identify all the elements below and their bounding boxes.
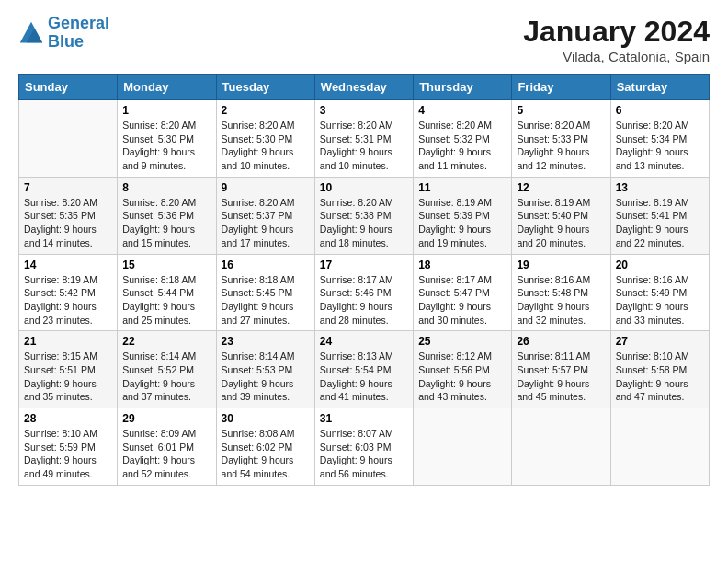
day-info: Sunrise: 8:09 AMSunset: 6:01 PMDaylight:… [122, 427, 210, 481]
day-cell: 20Sunrise: 8:16 AMSunset: 5:49 PMDayligh… [610, 254, 709, 331]
week-row-4: 21Sunrise: 8:15 AMSunset: 5:51 PMDayligh… [19, 331, 710, 408]
day-cell: 26Sunrise: 8:11 AMSunset: 5:57 PMDayligh… [512, 331, 610, 408]
day-cell: 7Sunrise: 8:20 AMSunset: 5:35 PMDaylight… [19, 177, 118, 254]
day-number: 28 [24, 412, 112, 425]
subtitle: Vilada, Catalonia, Spain [523, 49, 710, 64]
title-block: January 2024 Vilada, Catalonia, Spain [523, 15, 710, 64]
day-number: 24 [320, 335, 408, 348]
day-info: Sunrise: 8:14 AMSunset: 5:53 PMDaylight:… [222, 350, 310, 404]
day-cell: 12Sunrise: 8:19 AMSunset: 5:40 PMDayligh… [512, 177, 610, 254]
week-row-5: 28Sunrise: 8:10 AMSunset: 5:59 PMDayligh… [19, 408, 710, 486]
logo-text: General Blue [48, 15, 109, 52]
day-number: 29 [122, 412, 210, 425]
day-info: Sunrise: 8:20 AMSunset: 5:34 PMDaylight:… [616, 119, 704, 173]
day-info: Sunrise: 8:10 AMSunset: 5:59 PMDaylight:… [24, 427, 112, 481]
day-number: 17 [320, 259, 408, 271]
header: General Blue January 2024 Vilada, Catalo… [18, 15, 710, 64]
day-number: 27 [616, 335, 704, 348]
week-row-2: 7Sunrise: 8:20 AMSunset: 5:35 PMDaylight… [19, 177, 710, 254]
day-info: Sunrise: 8:18 AMSunset: 5:45 PMDaylight:… [222, 273, 310, 327]
day-info: Sunrise: 8:17 AMSunset: 5:46 PMDaylight:… [320, 273, 408, 327]
day-number: 30 [222, 412, 310, 425]
day-cell: 14Sunrise: 8:19 AMSunset: 5:42 PMDayligh… [19, 254, 118, 331]
day-info: Sunrise: 8:20 AMSunset: 5:32 PMDaylight:… [418, 119, 506, 173]
day-cell: 19Sunrise: 8:16 AMSunset: 5:48 PMDayligh… [512, 254, 610, 331]
col-header-sunday: Sunday [19, 75, 118, 100]
col-header-saturday: Saturday [610, 75, 709, 100]
day-cell: 16Sunrise: 8:18 AMSunset: 5:45 PMDayligh… [216, 254, 314, 331]
day-info: Sunrise: 8:12 AMSunset: 5:56 PMDaylight:… [418, 350, 506, 404]
logo-icon [18, 20, 44, 46]
day-number: 21 [24, 335, 112, 348]
day-info: Sunrise: 8:14 AMSunset: 5:52 PMDaylight:… [122, 350, 210, 404]
day-number: 13 [616, 181, 704, 194]
day-number: 5 [517, 104, 605, 117]
logo: General Blue [18, 15, 109, 52]
day-number: 2 [222, 104, 310, 117]
day-cell: 4Sunrise: 8:20 AMSunset: 5:32 PMDaylight… [414, 100, 512, 178]
col-header-tuesday: Tuesday [216, 75, 314, 100]
day-info: Sunrise: 8:20 AMSunset: 5:37 PMDaylight:… [222, 196, 310, 250]
day-cell: 11Sunrise: 8:19 AMSunset: 5:39 PMDayligh… [414, 177, 512, 254]
day-info: Sunrise: 8:20 AMSunset: 5:36 PMDaylight:… [122, 196, 210, 250]
day-cell: 28Sunrise: 8:10 AMSunset: 5:59 PMDayligh… [19, 408, 118, 486]
day-number: 20 [616, 259, 704, 271]
day-cell: 13Sunrise: 8:19 AMSunset: 5:41 PMDayligh… [610, 177, 709, 254]
day-info: Sunrise: 8:17 AMSunset: 5:47 PMDaylight:… [418, 273, 506, 327]
col-header-monday: Monday [118, 75, 216, 100]
day-info: Sunrise: 8:10 AMSunset: 5:58 PMDaylight:… [616, 350, 704, 404]
day-cell: 6Sunrise: 8:20 AMSunset: 5:34 PMDaylight… [610, 100, 709, 178]
day-cell: 24Sunrise: 8:13 AMSunset: 5:54 PMDayligh… [314, 331, 413, 408]
page: General Blue January 2024 Vilada, Catalo… [0, 0, 728, 563]
day-number: 1 [122, 104, 210, 117]
day-info: Sunrise: 8:19 AMSunset: 5:41 PMDaylight:… [616, 196, 704, 250]
day-cell: 27Sunrise: 8:10 AMSunset: 5:58 PMDayligh… [610, 331, 709, 408]
col-header-thursday: Thursday [414, 75, 512, 100]
day-cell [19, 100, 118, 178]
day-info: Sunrise: 8:19 AMSunset: 5:39 PMDaylight:… [418, 196, 506, 250]
day-number: 11 [418, 181, 506, 194]
day-cell [610, 408, 709, 486]
day-number: 12 [517, 181, 605, 194]
day-number: 8 [122, 181, 210, 194]
day-info: Sunrise: 8:07 AMSunset: 6:03 PMDaylight:… [320, 427, 408, 481]
day-cell: 18Sunrise: 8:17 AMSunset: 5:47 PMDayligh… [414, 254, 512, 331]
day-number: 19 [517, 259, 605, 271]
day-cell: 9Sunrise: 8:20 AMSunset: 5:37 PMDaylight… [216, 177, 314, 254]
day-number: 7 [24, 181, 112, 194]
day-cell: 25Sunrise: 8:12 AMSunset: 5:56 PMDayligh… [414, 331, 512, 408]
day-number: 14 [24, 259, 112, 271]
day-cell: 21Sunrise: 8:15 AMSunset: 5:51 PMDayligh… [19, 331, 118, 408]
day-info: Sunrise: 8:20 AMSunset: 5:30 PMDaylight:… [222, 119, 310, 173]
day-cell: 10Sunrise: 8:20 AMSunset: 5:38 PMDayligh… [314, 177, 413, 254]
day-number: 15 [122, 259, 210, 271]
day-info: Sunrise: 8:20 AMSunset: 5:31 PMDaylight:… [320, 119, 408, 173]
day-number: 18 [418, 259, 506, 271]
day-number: 9 [222, 181, 310, 194]
day-cell: 22Sunrise: 8:14 AMSunset: 5:52 PMDayligh… [118, 331, 216, 408]
logo-line1: General [48, 14, 109, 32]
week-row-1: 1Sunrise: 8:20 AMSunset: 5:30 PMDaylight… [19, 100, 710, 178]
day-info: Sunrise: 8:08 AMSunset: 6:02 PMDaylight:… [222, 427, 310, 481]
day-cell [414, 408, 512, 486]
day-cell: 17Sunrise: 8:17 AMSunset: 5:46 PMDayligh… [314, 254, 413, 331]
logo-line2: Blue [48, 32, 84, 51]
day-cell: 29Sunrise: 8:09 AMSunset: 6:01 PMDayligh… [118, 408, 216, 486]
day-info: Sunrise: 8:20 AMSunset: 5:35 PMDaylight:… [24, 196, 112, 250]
col-header-wednesday: Wednesday [314, 75, 413, 100]
day-number: 10 [320, 181, 408, 194]
day-info: Sunrise: 8:16 AMSunset: 5:48 PMDaylight:… [517, 273, 605, 327]
week-row-3: 14Sunrise: 8:19 AMSunset: 5:42 PMDayligh… [19, 254, 710, 331]
day-info: Sunrise: 8:20 AMSunset: 5:33 PMDaylight:… [517, 119, 605, 173]
day-number: 25 [418, 335, 506, 348]
day-cell [512, 408, 610, 486]
day-cell: 3Sunrise: 8:20 AMSunset: 5:31 PMDaylight… [314, 100, 413, 178]
day-cell: 15Sunrise: 8:18 AMSunset: 5:44 PMDayligh… [118, 254, 216, 331]
day-cell: 5Sunrise: 8:20 AMSunset: 5:33 PMDaylight… [512, 100, 610, 178]
day-info: Sunrise: 8:19 AMSunset: 5:40 PMDaylight:… [517, 196, 605, 250]
day-info: Sunrise: 8:19 AMSunset: 5:42 PMDaylight:… [24, 273, 112, 327]
day-number: 4 [418, 104, 506, 117]
day-number: 23 [222, 335, 310, 348]
day-cell: 31Sunrise: 8:07 AMSunset: 6:03 PMDayligh… [314, 408, 413, 486]
day-number: 26 [517, 335, 605, 348]
